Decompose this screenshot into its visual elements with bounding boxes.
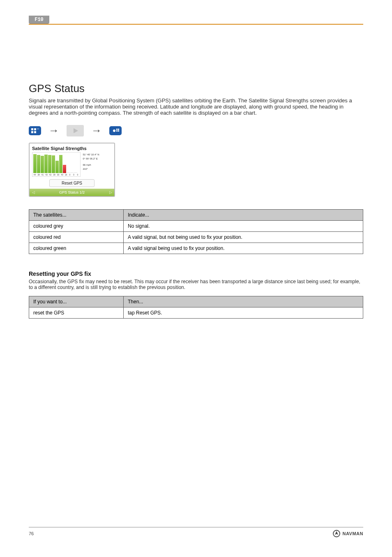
table-header: The satellites... bbox=[29, 210, 124, 221]
x-label: 43 bbox=[45, 173, 48, 176]
satellite-icon bbox=[109, 126, 122, 135]
reset-heading: Resetting your GPS fix bbox=[29, 270, 363, 277]
screenshot-title: Satellite Signal Strengths bbox=[32, 146, 112, 151]
x-label: 40 bbox=[61, 173, 64, 176]
table-header: Then... bbox=[124, 296, 363, 307]
table-row: coloured red A valid signal, but not bei… bbox=[29, 232, 363, 243]
cell: coloured grey bbox=[29, 221, 124, 232]
page-content: GPS Status Signals are transmitted by Gl… bbox=[29, 41, 363, 319]
x-label: 0 bbox=[72, 173, 75, 176]
svg-rect-3 bbox=[37, 128, 39, 129]
svg-rect-4 bbox=[31, 131, 33, 133]
table-row: reset the GPS tap Reset GPS. bbox=[29, 307, 363, 319]
brand-text: NAVMAN bbox=[343, 531, 363, 536]
speed-value: 66 mph bbox=[83, 163, 99, 167]
svg-rect-10 bbox=[116, 129, 118, 130]
reset-body: Occasionally, the GPS fix may need to be… bbox=[29, 279, 363, 290]
arrow-right-icon: → bbox=[48, 124, 59, 137]
x-label: 42 bbox=[49, 173, 52, 176]
svg-rect-11 bbox=[118, 129, 119, 130]
signal-bars: 44 38 41 43 42 39 30 40 19 0 0 0 bbox=[32, 152, 81, 177]
bars-x-labels: 44 38 41 43 42 39 30 40 19 0 0 0 bbox=[33, 173, 79, 176]
brand-logo: NAVMAN bbox=[333, 530, 363, 537]
chevron-right-icon[interactable]: ▷ bbox=[108, 189, 113, 196]
table-header: If you want to... bbox=[29, 296, 124, 307]
cell: A valid signal being used to fix your po… bbox=[124, 243, 363, 254]
signal-colour-table: The satellites... Indicate... coloured g… bbox=[29, 209, 363, 254]
reset-action-table: If you want to... Then... reset the GPS … bbox=[29, 296, 363, 319]
reset-gps-button[interactable]: Reset GPS bbox=[49, 179, 95, 187]
brand-icon bbox=[333, 530, 340, 537]
svg-point-9 bbox=[113, 129, 115, 132]
svg-rect-0 bbox=[29, 126, 41, 135]
svg-rect-1 bbox=[31, 128, 33, 130]
lon-value: 0° 09' 05.2" E bbox=[83, 157, 99, 161]
heading-value: 210° bbox=[83, 167, 99, 171]
svg-rect-13 bbox=[118, 130, 119, 132]
table-row: coloured grey No signal. bbox=[29, 221, 363, 232]
x-label: 0 bbox=[69, 173, 71, 176]
position-readout: 51° 40' 10.4" N 0° 09' 05.2" E 66 mph 21… bbox=[83, 152, 99, 177]
cell: A valid signal, but not being used to fi… bbox=[124, 232, 363, 243]
svg-rect-5 bbox=[34, 131, 36, 133]
footer-label: GPS Status 1/2 bbox=[59, 190, 85, 194]
table-header: Indicate... bbox=[124, 210, 363, 221]
arrow-right-icon: → bbox=[91, 124, 102, 137]
page-number: 76 bbox=[29, 531, 34, 536]
menu-grid-icon bbox=[29, 126, 41, 135]
x-label: 19 bbox=[65, 173, 67, 176]
x-label: 39 bbox=[53, 173, 56, 176]
cell: coloured green bbox=[29, 243, 124, 254]
svg-rect-12 bbox=[116, 130, 118, 132]
cell: reset the GPS bbox=[29, 307, 124, 319]
cell: coloured red bbox=[29, 232, 124, 243]
page-footer: 76 NAVMAN bbox=[29, 527, 363, 537]
x-label: 0 bbox=[76, 173, 79, 176]
x-label: 44 bbox=[33, 173, 36, 176]
table-row: coloured green A valid signal being used… bbox=[29, 243, 363, 254]
svg-rect-2 bbox=[34, 128, 36, 130]
x-label: 30 bbox=[57, 173, 60, 176]
section-title: GPS Status bbox=[29, 82, 363, 95]
accent-rule bbox=[29, 24, 363, 25]
section-intro: Signals are transmitted by Global Positi… bbox=[29, 97, 363, 116]
x-label: 38 bbox=[37, 173, 40, 176]
device-tag: F10 bbox=[29, 16, 49, 24]
chevron-left-icon[interactable]: ◁ bbox=[30, 189, 36, 196]
x-label: 41 bbox=[41, 173, 44, 176]
screen-capture: Satellite Signal Strengths bbox=[29, 143, 115, 197]
cell: No signal. bbox=[124, 221, 363, 232]
play-box-icon bbox=[67, 125, 84, 136]
lat-value: 51° 40' 10.4" N bbox=[83, 153, 99, 157]
nav-path: → → bbox=[29, 124, 363, 137]
cell: tap Reset GPS. bbox=[124, 307, 363, 319]
screenshot-footer: ◁ GPS Status 1/2 ▷ bbox=[30, 189, 114, 196]
